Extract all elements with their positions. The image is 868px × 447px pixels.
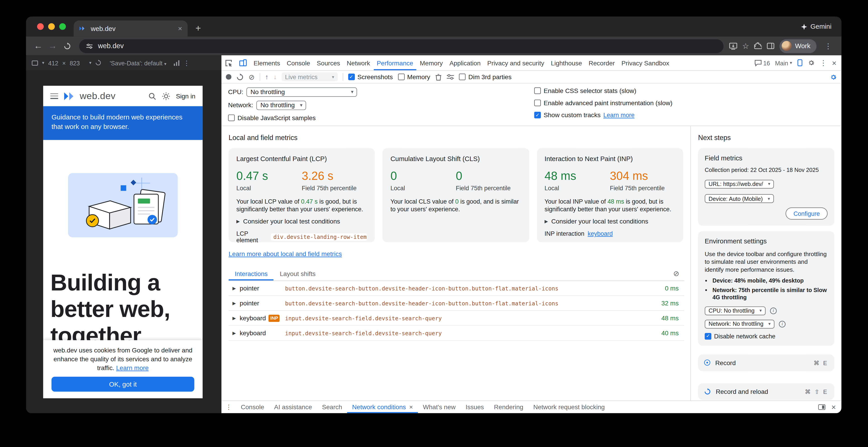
log-row[interactable]: ▶ pointer button.devsite-search-button.d… — [229, 281, 684, 296]
tab-privacy-security[interactable]: Privacy and security — [484, 56, 548, 70]
lcp-element-link[interactable]: div.devsite-landing-row-item-d… — [271, 233, 367, 240]
event-target-link[interactable]: input.devsite-search-field.devsite-searc… — [285, 315, 644, 321]
disable-network-cache-checkbox[interactable]: Disable network cache — [705, 333, 828, 339]
bookmark-star-icon[interactable]: ☆ — [742, 41, 749, 50]
tab-layout-shifts[interactable]: Layout shifts — [274, 267, 322, 280]
forward-icon[interactable]: → — [46, 39, 59, 53]
throttle-sliders-icon[interactable] — [447, 73, 454, 80]
dim-3rd-parties-checkbox[interactable]: Dim 3rd parties — [459, 73, 512, 80]
event-target-link[interactable]: input.devsite-search-field.devsite-searc… — [285, 330, 644, 336]
device-toolbar-toggle-icon[interactable] — [236, 56, 250, 70]
log-row[interactable]: ▶ keyboardINP input.devsite-search-field… — [229, 311, 684, 326]
device-posture-icon[interactable] — [797, 59, 803, 67]
collect-garbage-icon[interactable] — [435, 73, 442, 80]
tab-privacy-sandbox[interactable]: Privacy Sandbox — [618, 56, 672, 70]
env-cpu-select[interactable]: CPU: No throttling▾ — [705, 306, 766, 315]
tab-network[interactable]: Network — [343, 56, 373, 70]
tab-console[interactable]: Console — [283, 56, 314, 70]
save-profile-icon[interactable]: ↓ — [274, 73, 277, 81]
save-data-select[interactable]: 'Save-Data': default ▾ — [110, 60, 166, 66]
tab-application[interactable]: Application — [446, 56, 484, 70]
promo-banner[interactable]: Guidance to build modern web experiences… — [43, 106, 203, 140]
install-icon[interactable] — [729, 42, 737, 49]
field-device-select[interactable]: Device: Auto (Mobile)▾ — [705, 194, 774, 203]
event-target-link[interactable]: button.devsite-search-button.devsite-hea… — [285, 285, 644, 291]
drawer-tab-close-icon[interactable]: × — [409, 404, 413, 410]
event-target-link[interactable]: button.devsite-search-button.devsite-hea… — [285, 300, 644, 306]
drawer-tab-console[interactable]: Console — [236, 401, 269, 413]
tab-close-icon[interactable]: × — [178, 25, 182, 33]
drawer-tab-issues[interactable]: Issues — [461, 401, 489, 413]
url-bar[interactable]: web.dev — [79, 39, 723, 53]
tab-recorder[interactable]: Recorder — [585, 56, 618, 70]
drawer-tab-network-conditions[interactable]: Network conditions × — [347, 401, 418, 413]
new-tab-button[interactable]: + — [188, 23, 201, 37]
sign-in-link[interactable]: Sign in — [176, 93, 195, 99]
drawer-close-icon[interactable]: × — [831, 403, 836, 411]
disclosure-triangle-icon[interactable]: ▶ — [229, 301, 240, 306]
custom-tracks-learn-more-link[interactable]: Learn more — [603, 112, 634, 118]
hamburger-menu-icon[interactable] — [51, 93, 58, 99]
record-button[interactable]: Record ⌘ E — [698, 354, 834, 371]
profile-button[interactable]: Work — [779, 39, 816, 53]
disclosure-triangle-icon[interactable]: ▶ — [229, 286, 240, 291]
disclosure-triangle-icon[interactable]: ▶ — [229, 331, 240, 336]
side-panel-icon[interactable] — [767, 42, 775, 49]
gemini-label[interactable]: Gemini — [801, 16, 832, 36]
viewport-height[interactable]: 823 — [70, 60, 80, 66]
record-and-reload-icon[interactable] — [236, 73, 244, 80]
cookie-learn-more-link[interactable]: Learn more — [116, 365, 149, 371]
device-toolbar-link[interactable]: device toolbar — [727, 251, 764, 257]
drawer-tab-search[interactable]: Search — [317, 401, 347, 413]
devtools-close-icon[interactable]: × — [832, 58, 837, 67]
extensions-icon[interactable] — [754, 42, 762, 50]
reload-icon[interactable] — [60, 39, 74, 53]
tab-interactions[interactable]: Interactions — [229, 267, 274, 280]
search-icon[interactable] — [148, 92, 156, 100]
maximize-window-button[interactable] — [59, 23, 66, 30]
clear-icon[interactable]: ⊘ — [249, 73, 255, 81]
paint-instrumentation-checkbox[interactable]: Enable advanced paint instrumentation (s… — [534, 100, 673, 106]
rotate-icon[interactable] — [95, 60, 101, 66]
configure-button[interactable]: Configure — [785, 207, 828, 220]
site-settings-icon[interactable] — [86, 42, 93, 49]
site-logo[interactable]: web.dev — [64, 91, 116, 102]
network-info-icon[interactable]: i — [779, 320, 785, 327]
memory-checkbox[interactable]: Memory — [398, 73, 430, 80]
history-select[interactable]: Live metrics ▾ — [282, 72, 337, 81]
clear-log-icon[interactable]: ⊘ — [673, 269, 684, 278]
field-url-select[interactable]: URL: https://web.dev/▾ — [705, 179, 774, 188]
settings-gear-icon[interactable] — [808, 59, 815, 67]
minimize-window-button[interactable] — [48, 23, 55, 30]
close-window-button[interactable] — [37, 23, 44, 30]
caret-down-icon[interactable]: ▾ — [42, 60, 44, 65]
log-row[interactable]: ▶ pointer button.devsite-search-button.d… — [229, 296, 684, 311]
record-and-reload-button[interactable]: Record and reload ⌘ ⇧ E — [698, 383, 834, 400]
drawer-tab-whats-new[interactable]: What's new — [418, 401, 461, 413]
drawer-menu-icon[interactable]: ⋮ — [221, 401, 236, 413]
browser-menu-icon[interactable]: ⋮ — [822, 39, 835, 53]
screenshots-checkbox[interactable]: Screenshots — [348, 73, 393, 80]
device-select-icon[interactable] — [31, 60, 38, 65]
disclosure-triangle-icon[interactable]: ▶ — [229, 316, 240, 320]
drawer-tab-ai-assistance[interactable]: AI assistance — [269, 401, 317, 413]
env-network-select[interactable]: Network: No throttling▾ — [705, 319, 775, 328]
tab-sources[interactable]: Sources — [313, 56, 343, 70]
css-selector-stats-checkbox[interactable]: Enable CSS selector stats (slow) — [534, 87, 673, 94]
show-custom-tracks-checkbox[interactable]: Show custom tracks — [534, 112, 601, 118]
network-throttle-select[interactable]: No throttling ▾ — [256, 100, 306, 110]
tab-elements[interactable]: Elements — [250, 56, 283, 70]
tab-lighthouse[interactable]: Lighthouse — [548, 56, 585, 70]
inp-consider-disclosure[interactable]: ▶ Consider your local test conditions — [545, 218, 675, 225]
browser-tab[interactable]: web.dev × — [73, 20, 188, 36]
network-throttle-icon[interactable] — [174, 60, 180, 65]
viewport-width[interactable]: 412 — [48, 60, 58, 66]
tab-memory[interactable]: Memory — [416, 56, 446, 70]
zoom-caret-icon[interactable]: ▾ — [89, 60, 91, 65]
disable-js-samples-checkbox[interactable]: Disable JavaScript samples — [228, 114, 835, 121]
device-toolbar-menu-icon[interactable]: ⋮ — [183, 59, 190, 67]
js-context-select[interactable]: Main▾ — [775, 60, 792, 66]
cookie-accept-button[interactable]: OK, got it — [52, 377, 194, 391]
record-icon[interactable] — [226, 74, 231, 80]
drawer-tab-rendering[interactable]: Rendering — [489, 401, 528, 413]
